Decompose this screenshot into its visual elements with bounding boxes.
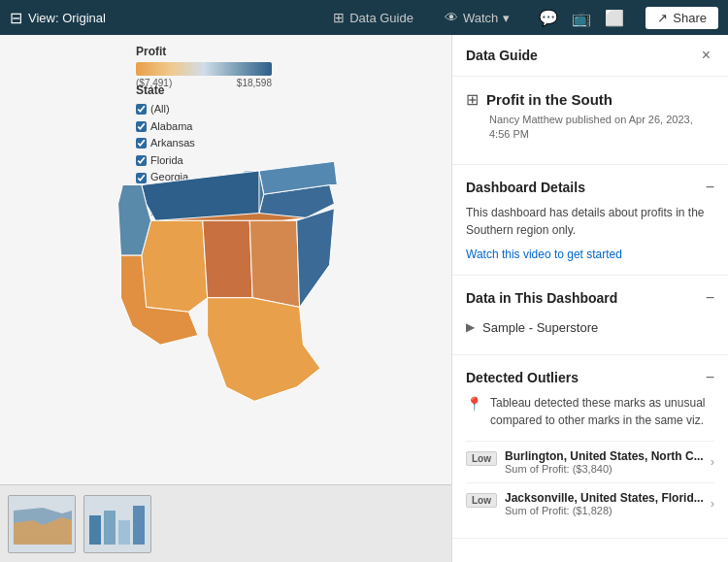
toolbar-icons: 💬 📺 ⬜ xyxy=(533,5,630,31)
data-section-title: Data in This Dashboard xyxy=(466,290,617,306)
thumbnail-1[interactable] xyxy=(8,495,76,553)
watch-dropdown-icon: ▾ xyxy=(503,11,510,25)
details-description: This dashboard has details about profits… xyxy=(466,204,714,239)
expand-icon[interactable]: ⬜ xyxy=(599,5,630,31)
outlier-chevron-icon: › xyxy=(711,496,714,511)
outlier-value: Sum of Profit: ($1,828) xyxy=(505,505,704,516)
screen-icon[interactable]: 📺 xyxy=(566,5,597,31)
dashboard-title: ⊞ Profit in the South xyxy=(466,90,714,109)
outlier-info-text: Burlington, United States, North C... Su… xyxy=(505,449,704,475)
outlier-description: Tableau detected these marks as unusual … xyxy=(490,394,714,429)
share-icon: ↗ xyxy=(657,11,668,25)
panel-title: Data Guide xyxy=(466,48,538,63)
data-guide-button[interactable]: ⊞ Data Guide xyxy=(325,6,421,29)
map-container xyxy=(0,35,451,484)
outliers-section-title: Detected Outliers xyxy=(466,370,579,385)
outlier-left: Low Jacksonville, United States, Florid.… xyxy=(466,491,704,516)
thumbnail-strip xyxy=(0,484,451,562)
svg-rect-3 xyxy=(104,511,116,545)
outlier-location: Burlington, United States, North C... xyxy=(505,449,704,463)
data-guide-panel: Data Guide × ⊞ Profit in the South Nancy… xyxy=(451,35,728,562)
data-chevron-icon: ▶ xyxy=(466,320,475,334)
outliers-title-row: Detected Outliers − xyxy=(466,369,714,386)
outlier-info-text: Jacksonville, United States, Florid... S… xyxy=(505,491,704,516)
outlier-value: Sum of Profit: ($3,840) xyxy=(505,463,704,475)
outliers-section: Detected Outliers − 📍 Tableau detected t… xyxy=(452,355,728,539)
outlier-left: Low Burlington, United States, North C..… xyxy=(466,449,704,475)
view-title: ⊟ View: Original xyxy=(10,9,106,27)
data-item-name: Sample - Superstore xyxy=(482,320,598,335)
data-item[interactable]: ▶Sample - Superstore xyxy=(466,314,714,341)
outlier-chevron-icon: › xyxy=(711,454,714,469)
main-content: Profit ($7,491) $18,598 State (All)Alaba… xyxy=(0,35,728,562)
data-guide-icon: ⊞ xyxy=(333,10,345,25)
outlier-info: 📍 Tableau detected these marks as unusua… xyxy=(466,394,714,429)
svg-rect-4 xyxy=(118,520,130,545)
dashboard-title-section: ⊞ Profit in the South Nancy Matthew publ… xyxy=(452,77,728,165)
details-collapse-button[interactable]: − xyxy=(706,179,714,196)
top-navigation: ⊟ View: Original ⊞ Data Guide 👁 Watch ▾ … xyxy=(0,0,728,35)
svg-rect-5 xyxy=(133,506,145,545)
outlier-item-2[interactable]: Low Jacksonville, United States, Florid.… xyxy=(466,482,714,524)
details-section-title: Dashboard Details xyxy=(466,180,585,195)
outliers-collapse-button[interactable]: − xyxy=(706,369,714,386)
tableau-logo-icon: ⊟ xyxy=(10,9,22,27)
thumbnail-2[interactable] xyxy=(83,495,151,553)
low-badge: Low xyxy=(466,493,497,508)
comment-icon[interactable]: 💬 xyxy=(533,5,564,31)
dashboard-details-section: Dashboard Details − This dashboard has d… xyxy=(452,165,728,276)
outlier-location: Jacksonville, United States, Florid... xyxy=(505,491,704,505)
watch-icon: 👁 xyxy=(445,10,458,25)
data-items-list: ▶Sample - Superstore xyxy=(466,314,714,341)
outlier-item-1[interactable]: Low Burlington, United States, North C..… xyxy=(466,441,714,482)
outlier-items-list: Low Burlington, United States, North C..… xyxy=(466,441,714,524)
map-area: Profit ($7,491) $18,598 State (All)Alaba… xyxy=(0,35,451,562)
data-title-row: Data in This Dashboard − xyxy=(466,289,714,307)
close-button[interactable]: × xyxy=(698,45,714,66)
dashboard-icon: ⊞ xyxy=(466,90,479,109)
svg-rect-2 xyxy=(89,515,101,545)
published-info: Nancy Matthew published on Apr 26, 2023,… xyxy=(489,113,714,143)
data-section: Data in This Dashboard − ▶Sample - Super… xyxy=(452,276,728,355)
dashboard-name: Profit in the South xyxy=(486,91,612,108)
details-title-row: Dashboard Details − xyxy=(466,179,714,196)
panel-header: Data Guide × xyxy=(452,35,728,77)
low-badge: Low xyxy=(466,451,497,466)
watch-button[interactable]: 👁 Watch ▾ xyxy=(437,6,517,29)
watch-link[interactable]: Watch this video to get started xyxy=(466,248,622,261)
data-collapse-button[interactable]: − xyxy=(706,289,714,307)
us-south-map xyxy=(110,110,343,411)
location-pin-icon: 📍 xyxy=(466,396,482,412)
share-button[interactable]: ↗ Share xyxy=(645,7,718,29)
